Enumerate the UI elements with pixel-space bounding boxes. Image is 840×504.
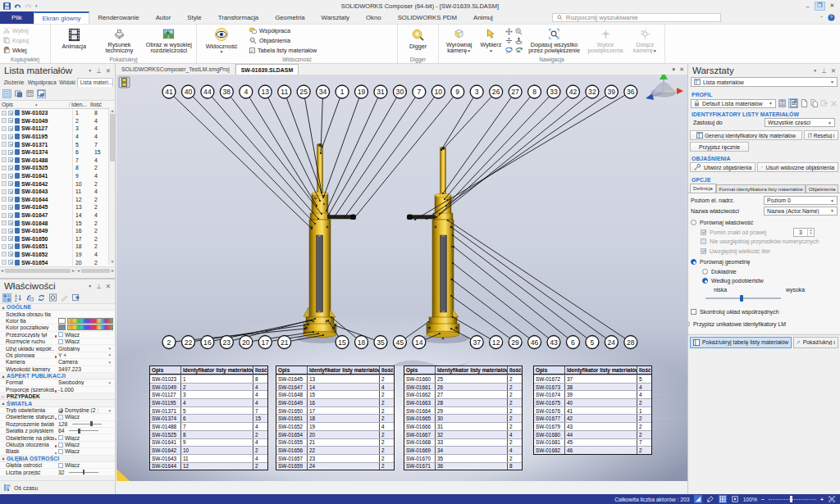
viewport-animation-mode-icon[interactable] (119, 77, 130, 88)
property-row[interactable]: Oświetlenie statyczneWłącz (0, 414, 115, 420)
callout-balloon-46[interactable]: 46 (528, 336, 541, 349)
bom-list-row[interactable]: SW-0119544 (0, 133, 115, 141)
bom-panel-pin-icon[interactable]: ⊥ (96, 67, 102, 75)
profile-properties-icon[interactable] (788, 98, 798, 108)
qat-dropdown-icon[interactable]: ▾ (35, 3, 38, 8)
property-row[interactable]: Liczba przejść32 (0, 469, 115, 475)
close-button[interactable]: ✕ (827, 2, 838, 11)
property-value[interactable]: Globalny▾ (54, 346, 115, 352)
minimize-button[interactable]: – (802, 2, 813, 11)
workshop-panel-menu-icon[interactable]: ▼ (813, 68, 817, 73)
check-coord-checkbox[interactable] (691, 309, 696, 315)
camera-rotate-icon[interactable] (515, 46, 523, 53)
preview-icon[interactable] (48, 293, 57, 302)
property-row[interactable]: Oś pionowaY +▾ (0, 352, 115, 359)
property-value[interactable]: Włącz (54, 414, 115, 420)
property-row[interactable]: Światła z połyskiem64 (0, 428, 115, 434)
property-row[interactable]: Głębia ostrościWłącz (0, 462, 115, 469)
callout-balloon-25[interactable]: 25 (297, 85, 310, 98)
property-value[interactable]: 3497.223 (54, 366, 115, 372)
property-value[interactable]: Domyślne (2 :▾ (54, 407, 115, 413)
callout-balloon-12[interactable]: 12 (490, 336, 503, 349)
properties-panel-close-icon[interactable]: ✕ (106, 283, 111, 290)
bom-table-checkbox[interactable]: ✓ (249, 48, 255, 53)
assign-manually-button[interactable]: Przypisz ręcznie (690, 142, 749, 152)
restore-button[interactable]: ❐ (815, 2, 825, 11)
property-name-select[interactable]: Nazwa (Actor.Name)▼ (764, 207, 838, 216)
bom-list-row[interactable]: SW-01642102 (0, 179, 115, 188)
bom-list-row[interactable]: SW-01649162 (0, 227, 115, 235)
property-row[interactable]: Wysokość kamery3497.223 (0, 366, 115, 373)
bom-list-row[interactable]: SW-0104924 (0, 117, 115, 125)
show-hidden-icon[interactable] (14, 89, 23, 98)
bom-panel-tab-2[interactable]: Współpraca (25, 79, 56, 87)
visibility-button[interactable]: Widoczność ▼ (199, 25, 244, 55)
callout-balloon-34[interactable]: 34 (317, 85, 330, 98)
callout-balloon-2[interactable]: 2 (162, 336, 176, 349)
fit-all-zoom-button[interactable]: Dopasuj wszystko przez powiększenie (524, 25, 583, 55)
doc-tabs-close-icon[interactable]: ✕ (679, 66, 684, 73)
bom-horizontal-scrollbar[interactable]: ◄► ◄► (0, 266, 115, 274)
callout-balloon-21[interactable]: 21 (278, 336, 291, 349)
zoom-fit-icon[interactable] (505, 37, 513, 44)
generate-ids-button[interactable]: Generuj identyfikatory listy materiałów (690, 130, 802, 140)
callout-balloon-4[interactable]: 4 (240, 85, 253, 98)
bom-table-toggle[interactable]: ✓ Tabela listy materiałów (248, 46, 318, 55)
toggle-bom-table-button[interactable]: Pokaż/ukryj tabelę listy materiałów (690, 337, 792, 348)
menu-tab-8[interactable]: SOLIDWORKS PDM (390, 11, 465, 24)
callout-balloon-17[interactable]: 17 (258, 336, 272, 349)
menu-tab-1[interactable]: Renderowanie (89, 11, 147, 24)
paste-button[interactable]: Wklej (2, 46, 29, 55)
callout-balloon-31[interactable]: 31 (374, 85, 387, 98)
sort-az-icon[interactable]: AZ (14, 293, 23, 302)
bom-panel-tab-3[interactable]: Widoki (57, 79, 76, 87)
callouts-button[interactable]: Objaśnienia (248, 36, 292, 45)
callout-balloon-7[interactable]: 7 (413, 85, 426, 98)
menu-tab-3[interactable]: Style (179, 11, 209, 24)
save-icon[interactable] (3, 2, 11, 10)
bom-list-row[interactable]: SW-01643114 (0, 188, 115, 196)
property-value[interactable]: Y +▾ (54, 352, 115, 358)
bom-list-row[interactable]: SW-0152582 (0, 164, 115, 172)
selection-mode-icon[interactable] (2, 89, 11, 98)
callout-balloon-9[interactable]: 9 (451, 85, 464, 98)
unique-ids-radio[interactable] (687, 321, 690, 327)
callout-balloon-24[interactable]: 24 (605, 336, 618, 349)
callout-balloon-43[interactable]: 43 (547, 336, 560, 349)
tab-format-identyfikatora[interactable]: Format identyfikatora listy materiałów (716, 184, 806, 193)
tab-definicja[interactable]: Definicja (690, 184, 716, 193)
reset-ids-button[interactable]: Resetuj identyf (804, 130, 838, 140)
property-row[interactable]: Ścieżka obrazu tła (0, 311, 115, 317)
property-value[interactable]: 128 (54, 421, 115, 427)
remove-callouts-button[interactable]: Usuń widoczne objaśnienia (757, 162, 838, 172)
properties-panel-menu-icon[interactable]: ▼ (88, 284, 92, 288)
callout-balloon-18[interactable]: 18 (355, 336, 368, 349)
property-row[interactable]: BlaskWłącz (0, 448, 115, 455)
paint-mode-icon[interactable] (706, 495, 714, 503)
bom-list-row[interactable]: SW-01648152 (0, 219, 115, 227)
callout-balloon-14[interactable]: 14 (413, 336, 426, 349)
workshop-panel-pin-icon[interactable]: ⊥ (821, 67, 827, 75)
property-value[interactable]: Swobodny▾ (54, 379, 115, 385)
callout-balloon-29[interactable]: 29 (509, 336, 522, 349)
bom-list-row[interactable]: SW-0102318 (0, 109, 115, 117)
callout-balloon-11[interactable]: 11 (278, 85, 291, 98)
compare-geometry-radio[interactable] (691, 259, 696, 265)
bom-list-row[interactable]: SW-01652194 (0, 251, 115, 259)
categorize-icon[interactable] (2, 293, 11, 302)
bom-panel-tab-1[interactable]: Złożenie (2, 79, 25, 87)
skip-chars-checkbox[interactable] (701, 229, 706, 235)
properties-panel-pin-icon[interactable]: ⊥ (96, 283, 102, 290)
property-value[interactable]: Camera▾ (54, 359, 115, 365)
property-row[interactable]: FormatSwobodny▾ (0, 379, 115, 386)
pan-icon[interactable] (505, 28, 513, 35)
property-section--wiat-a[interactable]: ▲ŚWIATŁA (0, 400, 115, 406)
bom-list-row[interactable]: SW-01654202 (0, 258, 115, 266)
callout-balloon-3[interactable]: 3 (470, 85, 483, 98)
back-icon[interactable] (25, 293, 34, 302)
property-value[interactable]: Włącz (54, 332, 115, 338)
property-row[interactable]: Kolor początkowy (0, 325, 115, 331)
doc-tab-assembly[interactable]: SW-01639.SLDASM (235, 64, 299, 75)
callout-balloon-5[interactable]: 5 (586, 336, 599, 349)
callout-balloon-30[interactable]: 30 (393, 85, 406, 98)
